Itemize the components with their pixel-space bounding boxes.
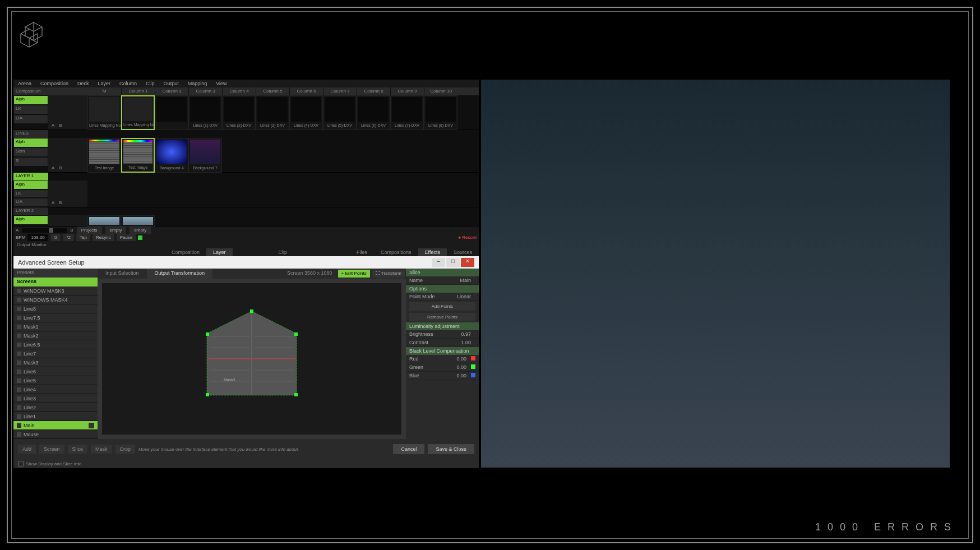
layer-lk-button[interactable]: LK [14, 190, 48, 198]
column-header[interactable]: Column 1 [121, 87, 155, 95]
tab-files[interactable]: Files [350, 248, 374, 256]
tab-input-selection[interactable]: Input Selection [98, 269, 147, 279]
record-button[interactable]: ● Record [458, 235, 477, 240]
screen-item[interactable]: Mask1 [13, 322, 98, 331]
add-button[interactable]: Add [18, 445, 36, 454]
green-value[interactable]: 0.00 [443, 364, 471, 370]
crossfader-slider[interactable] [22, 228, 67, 233]
layer-name-2[interactable]: LAYER 2 [13, 207, 48, 215]
bpm-half-button[interactable]: /2 [50, 234, 61, 241]
clip-cell[interactable] [87, 215, 121, 227]
bpm-double-button[interactable]: *2 [63, 234, 74, 241]
clip-cell[interactable]: Lines (2)-DXV [222, 95, 256, 130]
tap-button[interactable]: Tap [76, 234, 90, 241]
layer-lk-button[interactable]: LK [14, 105, 48, 114]
layer-ab-mixer[interactable]: AB [48, 181, 87, 207]
column-header[interactable]: Column 7 [323, 87, 357, 95]
layer-scrn-button[interactable]: Scrn [14, 148, 48, 156]
tab-layer[interactable]: Layer [206, 248, 233, 256]
add-points-button[interactable]: Add Points [409, 302, 475, 311]
column-header[interactable]: Column 4 [222, 87, 256, 95]
deck-empty-button[interactable]: empty [130, 227, 151, 234]
layer-s-button[interactable]: S [14, 158, 48, 166]
tab-composition[interactable]: Composition [165, 248, 206, 256]
menu-composition[interactable]: Composition [36, 80, 73, 87]
layer-ab-mixer[interactable]: AB [48, 138, 87, 172]
contrast-value[interactable]: 1.00 [443, 340, 475, 345]
screen-item[interactable]: WINDOW MASK3 [13, 286, 98, 295]
clip-cell[interactable]: Lines Mapping No... [87, 95, 121, 130]
column-header[interactable]: Column 6 [289, 87, 323, 95]
close-button[interactable]: × [461, 258, 474, 267]
clip-cell[interactable]: Lines (1)-DXV [188, 95, 222, 130]
clip-cell[interactable]: Test Image [87, 138, 121, 173]
projects-button[interactable]: Projects [77, 227, 102, 234]
composition-label[interactable]: Composition [13, 87, 87, 95]
clip-cell[interactable]: Lines (8)-DXV [424, 95, 457, 130]
clip-cell[interactable]: Background 7 [188, 138, 222, 173]
bpm-value[interactable]: 108.00 [27, 234, 48, 241]
layer-ab-mixer[interactable]: AB [48, 95, 87, 130]
clip-cell[interactable] [121, 215, 155, 227]
clip-cell[interactable]: Lines (3)-DXV [256, 95, 289, 130]
clip-cell[interactable]: Lines (7)-DXV [390, 95, 424, 130]
save-close-button[interactable]: Save & Close [428, 444, 474, 454]
clip-cell[interactable] [155, 95, 188, 130]
screen-item[interactable]: Line7.5 [13, 313, 98, 322]
menu-clip[interactable]: Clip [141, 80, 159, 87]
screen-item[interactable]: Line1 [13, 412, 98, 421]
brightness-value[interactable]: 0.97 [443, 331, 475, 337]
menu-output[interactable]: Output [159, 80, 183, 87]
tab-output-transformation[interactable]: Output Transformation [147, 269, 213, 279]
eye-icon[interactable] [89, 423, 94, 428]
screen-item[interactable]: Mask2 [13, 331, 98, 340]
screen-item[interactable]: Line2 [13, 403, 98, 412]
resync-button[interactable]: Resync [93, 234, 114, 241]
screen-item[interactable]: WINDOWS MASK4 [13, 295, 98, 304]
presets-dropdown[interactable]: Presets [13, 269, 98, 278]
screen-item[interactable]: Line7 [13, 349, 98, 358]
screen-item[interactable]: Line6.5 [13, 340, 98, 349]
edit-points-button[interactable]: + Edit Points [338, 270, 370, 278]
screen-item[interactable]: Mask3 [13, 358, 98, 367]
screen-item-selected[interactable]: Main [13, 421, 98, 430]
clip-cell[interactable]: Background 4 [155, 138, 188, 173]
column-header[interactable]: Column 5 [256, 87, 289, 95]
crop-button[interactable]: Crop [115, 445, 136, 454]
tab-compositions[interactable]: Compositions [374, 248, 418, 256]
show-info-checkbox[interactable]: Show Display and Slice Info [18, 461, 81, 466]
tab-clip[interactable]: Clip [272, 248, 294, 256]
screen-item[interactable]: Line4 [13, 385, 98, 394]
transform-button[interactable]: ⛶ Transform [372, 270, 405, 278]
tab-effects[interactable]: Effects [418, 248, 447, 256]
layer-blend-button[interactable]: Alph [14, 216, 48, 224]
layer-blend-button[interactable]: Alph [14, 138, 48, 147]
minimize-button[interactable]: – [432, 258, 445, 267]
name-value[interactable]: Main [443, 278, 475, 283]
screen-button[interactable]: Screen [39, 445, 64, 454]
screen-item[interactable]: Line3 [13, 394, 98, 403]
clip-cell[interactable]: Lines Mapping No... [121, 95, 155, 130]
window-titlebar[interactable]: Advanced Screen Setup – □ × [13, 256, 479, 269]
deck-empty-button[interactable]: empty [105, 227, 127, 234]
blue-value[interactable]: 0.00 [443, 373, 471, 378]
column-header[interactable]: Column 2 [155, 87, 188, 95]
clip-cell[interactable]: Lines (5)-DXV [323, 95, 357, 130]
column-header[interactable]: Column 3 [188, 87, 222, 95]
menu-view[interactable]: View [211, 80, 231, 87]
menu-deck[interactable]: Deck [73, 80, 94, 87]
layer-lia-button[interactable]: LIA [14, 115, 48, 123]
column-header[interactable]: Column 9 [390, 87, 424, 95]
layer-lia-button[interactable]: LIA [14, 198, 48, 206]
menu-column[interactable]: Column [115, 80, 141, 87]
tab-sources[interactable]: Sources [447, 248, 479, 256]
clip-cell[interactable]: Lines (4)-DXV [289, 95, 323, 130]
menu-mapping[interactable]: Mapping [183, 80, 212, 87]
clip-cell[interactable]: Lines (6)-DXV [357, 95, 390, 130]
cancel-button[interactable]: Cancel [393, 444, 424, 454]
layer-name-1[interactable]: LAYER 1 [13, 173, 48, 181]
layer-blend-button[interactable]: Alph [14, 181, 48, 189]
menu-arena[interactable]: Arena [13, 80, 36, 87]
clip-cell[interactable]: Test Image [121, 138, 155, 173]
screen-item[interactable]: Line5 [13, 376, 98, 385]
